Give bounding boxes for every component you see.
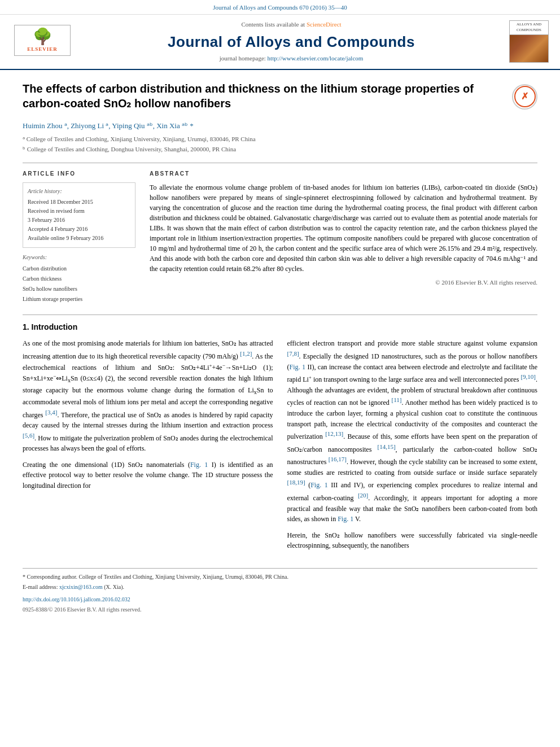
fig-1-i-link[interactable]: Fig. 1 (190, 461, 208, 469)
keywords-list: Carbon distribution Carbon thickness SnO… (23, 264, 135, 304)
intro-left-column: As one of the most promising anode mater… (23, 338, 273, 557)
copyright-footer: 0925-8388/© 2016 Elsevier B.V. All right… (23, 606, 537, 614)
thumb-label: ALLOYS AND COMPOUNDS (510, 21, 548, 35)
journal-title: Journal of Alloys and Compounds (73, 32, 509, 52)
keyword-3: SnO₂ hollow nanofibers (23, 284, 135, 294)
journal-header: 🌳 ELSEVIER Contents lists available at S… (0, 15, 560, 69)
journal-reference-bar: Journal of Alloys and Compounds 670 (201… (0, 0, 560, 15)
ref-7-8[interactable]: [7,8] (287, 350, 299, 357)
crossmark-icon: ✗ (521, 90, 528, 103)
intro-right-para-1: efficient electron transport and provide… (287, 338, 538, 525)
revised-date: 3 February 2016 (28, 216, 130, 225)
homepage-label: journal homepage: (220, 55, 266, 62)
article-info-heading: ARTICLE INFO (23, 170, 135, 178)
received-date: Received 18 December 2015 (28, 198, 130, 207)
authors-text: Huimin Zhou ᵃ, Zhiyong Li ᵃ, Yiping Qiu … (23, 121, 194, 130)
intro-right-para-2: Herein, the SnO₂ hollow nanofibers were … (287, 530, 538, 551)
elsevier-logo: 🌳 ELSEVIER (11, 25, 73, 58)
fig-1-v-link[interactable]: Fig. 1 (338, 515, 353, 523)
logo-box: 🌳 ELSEVIER (14, 25, 71, 56)
keyword-1: Carbon distribution (23, 264, 135, 274)
abstract-heading: ABSTRACT (150, 170, 537, 178)
affiliation-a-line: ᵃ College of Textiles and Clothing, Xinj… (23, 134, 537, 144)
ref-3-4[interactable]: [3,4] (45, 409, 57, 416)
email-link[interactable]: xjcxixin@163.com (59, 584, 103, 590)
article-title-section: The effects of carbon distribution and t… (23, 81, 537, 115)
available-online: Available online 9 February 2016 (28, 234, 130, 243)
keywords-label: Keywords: (23, 254, 135, 261)
separator: — (335, 4, 341, 11)
ref-9-10[interactable]: [9,10] (520, 373, 536, 380)
journal-center: Contents lists available at ScienceDirec… (73, 20, 509, 63)
affiliation-a-text: ᵃ College of Textiles and Clothing, Xinj… (23, 134, 256, 144)
article-body: The effects of carbon distribution and t… (0, 70, 560, 625)
contents-line: Contents lists available at ScienceDirec… (73, 20, 509, 29)
journal-thumbnail: ALLOYS AND COMPOUNDS (509, 20, 549, 63)
affiliation-b-text: ᵇ College of Textiles and Clothing, Dong… (23, 145, 236, 154)
footnotes-section: * Corresponding author. College of Texti… (23, 568, 537, 614)
ref-20[interactable]: [20] (358, 492, 368, 499)
section-divider-1 (23, 163, 537, 163)
ref-14-15[interactable]: [14,15] (377, 443, 395, 450)
homepage-url[interactable]: http://www.elsevier.com/locate/jalcom (268, 55, 364, 62)
doi-link[interactable]: http://dx.doi.org/10.1016/j.jallcom.2016… (23, 596, 130, 602)
intro-para-1: As one of the most promising anode mater… (23, 338, 273, 454)
article-title: The effects of carbon distribution and t… (23, 81, 506, 111)
email-footnote: E-mail address: xjcxixin@163.com (X. Xia… (23, 583, 537, 591)
affiliations: ᵃ College of Textiles and Clothing, Xinj… (23, 134, 537, 154)
affiliation-b-line: ᵇ College of Textiles and Clothing, Dong… (23, 145, 537, 154)
intro-heading: 1. Introduction (23, 322, 537, 333)
elsevier-name: ELSEVIER (27, 46, 58, 53)
crossmark-inner: ✗ (514, 86, 536, 107)
article-title-text: The effects of carbon distribution and t… (23, 81, 506, 115)
corresponding-author-text: * Corresponding author. College of Texti… (23, 574, 288, 580)
article-info-column: ARTICLE INFO Article history: Received 1… (23, 170, 135, 304)
abstract-column: ABSTRACT To alleviate the enormous volum… (150, 170, 537, 304)
article-history-label: Article history: (28, 187, 130, 195)
ref-11[interactable]: [11] (392, 396, 402, 403)
crossmark-badge[interactable]: ✗ (512, 84, 537, 110)
ref-16-17[interactable]: [16,17] (329, 456, 347, 462)
elsevier-tree-icon: 🌳 (33, 29, 53, 45)
email-note: (X. Xia). (104, 584, 124, 590)
doi-line: http://dx.doi.org/10.1016/j.jallcom.2016… (23, 596, 537, 604)
contents-text: Contents lists available at (241, 21, 305, 28)
intro-para-2: Creating the one dimensional (1D) SnO₂ n… (23, 460, 273, 491)
ref-12-13[interactable]: [12,13] (325, 430, 343, 437)
thumb-image (510, 35, 548, 62)
keyword-4: Lithium storage properties (23, 294, 135, 304)
keyword-2: Carbon thickness (23, 274, 135, 284)
abstract-copyright: © 2016 Elsevier B.V. All rights reserved… (150, 278, 537, 287)
ref-5-6[interactable]: [5,6] (23, 432, 34, 439)
article-info-box: Article history: Received 18 December 20… (23, 182, 135, 248)
authors-line: Huimin Zhou ᵃ, Zhiyong Li ᵃ, Yiping Qiu … (23, 121, 537, 131)
journal-reference-text: Journal of Alloys and Compounds 670 (201… (213, 4, 334, 11)
email-label: E-mail address: (23, 584, 58, 590)
fig-1-iii-iv-link[interactable]: Fig. 1 (310, 481, 328, 489)
page: Journal of Alloys and Compounds 670 (201… (0, 0, 560, 625)
journal-homepage-line: journal homepage: http://www.elsevier.co… (73, 54, 509, 63)
article-title-span: The effects of carbon distribution and t… (23, 82, 474, 110)
article-info-abstract-columns: ARTICLE INFO Article history: Received 1… (23, 170, 537, 304)
corresponding-author-note: * Corresponding author. College of Texti… (23, 573, 537, 581)
ref-18-19[interactable]: [18,19] (287, 479, 305, 486)
fig-1-ii-link[interactable]: Fig. 1 (290, 363, 305, 371)
keywords-section: Keywords: Carbon distribution Carbon thi… (23, 254, 135, 304)
received-revised-label: Received in revised form (28, 207, 130, 216)
body-two-columns: As one of the most promising anode mater… (23, 338, 537, 557)
ref-1-2[interactable]: [1,2] (240, 350, 252, 357)
introduction-section: 1. Introduction As one of the most promi… (23, 322, 537, 557)
article-dates: Received 18 December 2015 Received in re… (28, 198, 130, 243)
sciencedirect-link[interactable]: ScienceDirect (307, 21, 342, 28)
intro-right-column: efficient electron transport and provide… (287, 338, 538, 557)
page-end: 40 (341, 4, 347, 11)
accepted-date: Accepted 4 February 2016 (28, 225, 130, 234)
section-divider-2 (23, 314, 537, 315)
abstract-text: To alleviate the enormous volume change … (150, 182, 537, 274)
